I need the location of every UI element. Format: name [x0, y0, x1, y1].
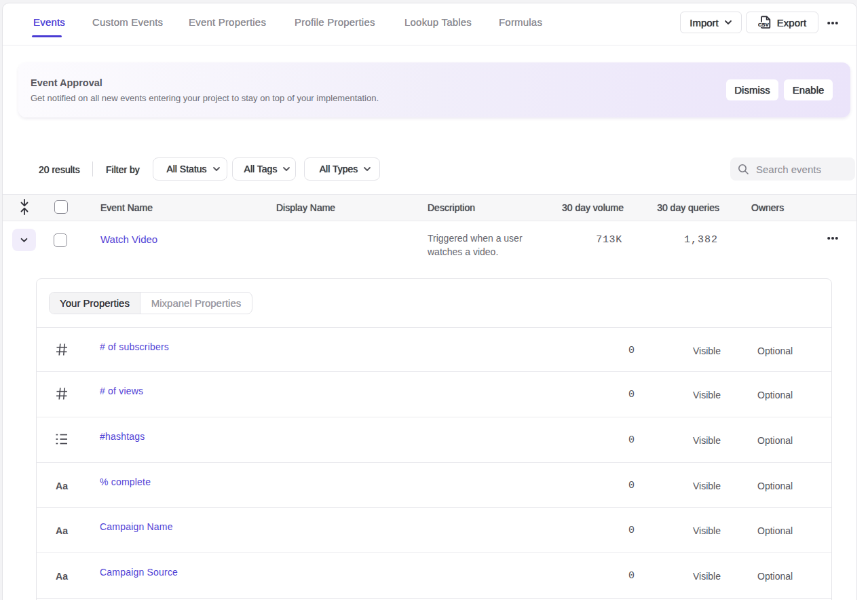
svg-text:CSV: CSV [758, 22, 769, 28]
